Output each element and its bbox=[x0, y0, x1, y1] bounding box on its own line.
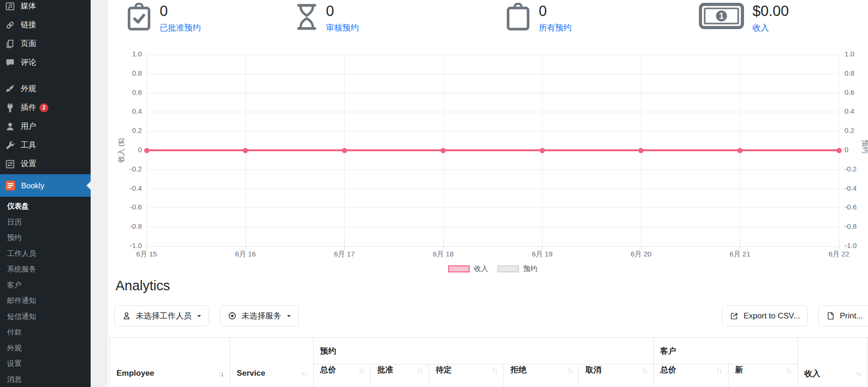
stat-card-approved: 0已批准预约 bbox=[127, 3, 201, 33]
y-axis-tick-left: 0.6 bbox=[111, 88, 142, 96]
settings-icon bbox=[5, 159, 15, 169]
staff-filter-dropdown[interactable]: 未选择工作人员 bbox=[114, 305, 209, 326]
y-axis-tick-left: -0.4 bbox=[111, 184, 142, 192]
bookly-submenu-payments[interactable]: 付款 bbox=[0, 325, 91, 341]
sidebar-item-label: 用户 bbox=[21, 121, 36, 132]
gridline-h bbox=[147, 93, 839, 93]
plugins-icon bbox=[5, 103, 15, 113]
bookly-submenu-sms-notifications[interactable]: 短信通知 bbox=[0, 309, 91, 325]
service-filter-dropdown[interactable]: 未选择服务 bbox=[220, 305, 299, 326]
sidebar-item-bookly[interactable]: Bookly bbox=[0, 174, 91, 197]
x-axis-tick bbox=[344, 246, 345, 249]
table-header-revenue[interactable]: 收入↑↓ bbox=[798, 338, 868, 387]
x-axis-label: 6月 18 bbox=[421, 250, 466, 259]
y-axis-tick-right: -0.6 bbox=[845, 203, 868, 211]
sidebar-item-media[interactable]: 媒体 bbox=[0, 0, 91, 15]
stat-link-pending[interactable]: 审核预约 bbox=[326, 22, 359, 33]
bookly-submenu-calendar[interactable]: 日历 bbox=[0, 215, 91, 231]
gridline-h bbox=[147, 74, 839, 74]
column-label: 新 bbox=[735, 364, 743, 375]
bookly-submenu-settings[interactable]: 设置 bbox=[0, 356, 91, 372]
table-header-customers-total[interactable]: 总价↑↓ bbox=[653, 364, 728, 387]
comments-icon bbox=[5, 58, 15, 68]
gridline-h bbox=[147, 189, 839, 189]
y-axis-tick-right: 0.4 bbox=[845, 107, 868, 115]
column-label: Service bbox=[237, 369, 265, 378]
legend-swatch bbox=[497, 265, 519, 272]
bookly-submenu-appearance[interactable]: 外观 bbox=[0, 341, 91, 356]
bookly-submenu-messages[interactable]: 消息 bbox=[0, 372, 91, 387]
stat-link-all[interactable]: 所有预约 bbox=[539, 22, 572, 33]
sidebar-item-label: 页面 bbox=[21, 39, 36, 49]
legend-item-收入[interactable]: 收入 bbox=[448, 264, 488, 273]
sidebar-item-settings[interactable]: 设置 bbox=[0, 155, 91, 173]
sidebar-item-pages[interactable]: 页面 bbox=[0, 34, 91, 53]
legend-item-预约[interactable]: 预约 bbox=[497, 264, 537, 273]
sidebar-item-label: 链接 bbox=[21, 20, 36, 30]
pages-icon bbox=[5, 39, 15, 49]
export-csv-button[interactable]: Export to CSV... bbox=[722, 305, 808, 326]
column-label: 总价 bbox=[320, 364, 336, 375]
bookly-icon bbox=[5, 180, 16, 191]
revenue-icon: 1 bbox=[699, 3, 744, 29]
y-axis-tick-left: -0.8 bbox=[111, 222, 142, 230]
sort-icon: ↑↓ bbox=[358, 366, 364, 374]
column-label: 总价 bbox=[660, 364, 676, 375]
table-header-appointments-total[interactable]: 总价↑↓ bbox=[313, 364, 371, 387]
bookly-submenu-services[interactable]: 系统服务 bbox=[0, 262, 91, 278]
stat-link-approved[interactable]: 已批准预约 bbox=[160, 22, 201, 33]
y-axis-tick-right: -0.2 bbox=[845, 165, 868, 173]
y-axis-tick-left: 0.2 bbox=[111, 126, 142, 134]
column-label: Employee bbox=[116, 369, 154, 378]
table-header-rejected[interactable]: 拒绝↑↓ bbox=[504, 364, 579, 387]
series-line-收入 bbox=[147, 149, 839, 152]
y-axis-tick-right: -1.0 bbox=[845, 241, 868, 249]
gridline-h bbox=[147, 246, 839, 247]
bookly-submenu-staff[interactable]: 工作人员 bbox=[0, 246, 91, 262]
bookly-submenu: 仪表盘日历预约工作人员系统服务客户邮件通知短信通知付款外观设置消息 bbox=[0, 197, 91, 387]
sidebar-item-links[interactable]: 链接 bbox=[0, 15, 91, 34]
tools-icon bbox=[5, 140, 15, 150]
sidebar-item-tools[interactable]: 工具 bbox=[0, 136, 91, 155]
y-axis-tick-right: -0.8 bbox=[845, 222, 868, 230]
analytics-table: Employee↑↓Service↑↓预约客户收入↑↓总价↑↓批准↑↓待定↑↓拒… bbox=[109, 337, 868, 387]
bookly-submenu-appointments[interactable]: 预约 bbox=[0, 230, 91, 246]
x-axis-tick bbox=[147, 246, 147, 249]
person-icon bbox=[122, 311, 131, 320]
gridline-h bbox=[147, 170, 839, 170]
table-header-pending[interactable]: 待定↑↓ bbox=[429, 364, 504, 387]
stat-link-revenue[interactable]: 收入 bbox=[752, 22, 769, 33]
sort-icon: ↑↓ bbox=[786, 366, 791, 374]
sidebar-item-appearance[interactable]: 外观 bbox=[0, 79, 91, 98]
data-point bbox=[342, 148, 347, 153]
main-content: 0已批准预约0审核预约0所有预约1$0.00收入 收入 ($) 预约 收入预约 … bbox=[108, 0, 868, 387]
chart-legend: 收入预约 bbox=[147, 264, 839, 273]
table-header-employee[interactable]: Employee↑↓ bbox=[110, 338, 230, 387]
table-header-approved[interactable]: 批准↑↓ bbox=[371, 364, 429, 387]
analytics-title: Analytics bbox=[116, 278, 170, 294]
table-group-appointments: 预约 bbox=[313, 338, 653, 364]
y-axis-tick-right: 0.2 bbox=[845, 126, 868, 134]
staff-filter-label: 未选择工作人员 bbox=[136, 310, 192, 321]
wp-admin-sidebar: 媒体链接页面评论外观插件2用户工具设置 Bookly 仪表盘日历预约工作人员系统… bbox=[0, 0, 91, 387]
bookly-submenu-customers[interactable]: 客户 bbox=[0, 278, 91, 294]
table-header-new[interactable]: 新↑↓ bbox=[728, 364, 798, 387]
x-axis-label: 6月 21 bbox=[717, 250, 762, 259]
sidebar-item-plugins[interactable]: 插件2 bbox=[0, 98, 91, 117]
bookly-submenu-dashboard[interactable]: 仪表盘 bbox=[0, 199, 91, 215]
table-header-cancelled[interactable]: 取消↑↓ bbox=[579, 364, 653, 387]
sidebar-item-users[interactable]: 用户 bbox=[0, 117, 91, 136]
appearance-icon bbox=[5, 84, 15, 94]
sidebar-item-comments[interactable]: 评论 bbox=[0, 53, 91, 72]
print-button[interactable]: Print... bbox=[818, 305, 868, 326]
bookly-submenu-email-notifications[interactable]: 邮件通知 bbox=[0, 293, 91, 309]
gridline-h bbox=[147, 112, 839, 112]
column-label: 取消 bbox=[585, 364, 601, 375]
y-axis-tick-left: 0 bbox=[111, 146, 142, 154]
y-axis-tick-left: 0.4 bbox=[111, 107, 142, 115]
x-axis-tick bbox=[641, 246, 642, 249]
column-label: 批准 bbox=[377, 364, 393, 375]
x-axis-tick bbox=[740, 246, 740, 249]
sort-icon: ↑↓ bbox=[417, 366, 422, 374]
table-header-service[interactable]: Service↑↓ bbox=[230, 338, 314, 387]
